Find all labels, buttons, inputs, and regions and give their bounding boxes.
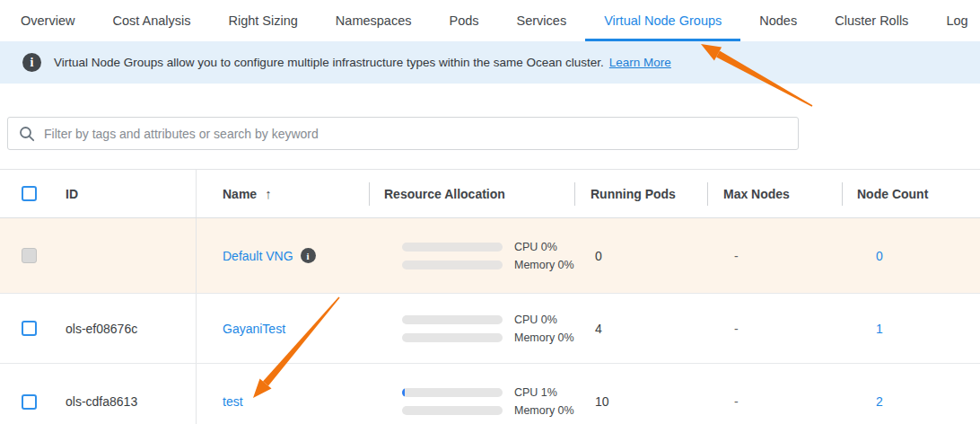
- table-row-test: ols-cdfa8613 test CPU 1% Memory 0% 10 - …: [0, 364, 980, 424]
- filter-search-input[interactable]: [44, 127, 787, 141]
- node-count-link[interactable]: 1: [876, 322, 883, 336]
- column-header-node-count[interactable]: Node Count: [842, 187, 980, 201]
- max-nodes-value: -: [707, 394, 842, 409]
- tab-cluster-rolls[interactable]: Cluster Rolls: [816, 0, 927, 41]
- memory-usage-bar: Memory 0%: [402, 260, 574, 269]
- tab-virtual-node-groups[interactable]: Virtual Node Groups: [585, 0, 740, 41]
- tab-cost-analysis[interactable]: Cost Analysis: [93, 0, 209, 41]
- node-count-link[interactable]: 2: [876, 394, 883, 409]
- cpu-usage-label: CPU 1%: [514, 386, 557, 399]
- tab-namespaces[interactable]: Namespaces: [317, 0, 431, 41]
- cpu-usage-bar: CPU 0%: [402, 314, 574, 324]
- tab-log[interactable]: Log: [927, 0, 980, 41]
- running-pods-value: 0: [574, 249, 707, 263]
- column-header-name[interactable]: Name↑: [196, 186, 369, 201]
- info-banner-text: Virtual Node Groups allow you to configu…: [54, 56, 604, 69]
- tab-nodes[interactable]: Nodes: [740, 0, 816, 41]
- cpu-usage-bar: CPU 1%: [402, 388, 574, 398]
- tab-pods[interactable]: Pods: [430, 0, 497, 41]
- memory-usage-bar: Memory 0%: [402, 406, 574, 416]
- column-header-id[interactable]: ID: [52, 187, 196, 201]
- row-checkbox-disabled: [22, 248, 37, 263]
- node-count-link[interactable]: 0: [876, 249, 883, 263]
- cpu-usage-label: CPU 0%: [514, 241, 557, 253]
- tab-overview[interactable]: Overview: [2, 0, 93, 41]
- table-row-gayanitest: ols-ef08676c GayaniTest CPU 0% Memory 0%…: [0, 294, 980, 364]
- column-header-name-label: Name: [223, 187, 257, 201]
- tab-right-sizing[interactable]: Right Sizing: [209, 0, 316, 41]
- max-nodes-value: -: [707, 249, 842, 263]
- resource-allocation: CPU 1% Memory 0%: [369, 388, 574, 416]
- cluster-tab-bar: Overview Cost Analysis Right Sizing Name…: [0, 0, 980, 41]
- filter-search-box[interactable]: [7, 117, 799, 150]
- memory-usage-label: Memory 0%: [514, 331, 574, 344]
- resource-allocation: CPU 0% Memory 0%: [369, 314, 574, 342]
- row-checkbox[interactable]: [22, 394, 37, 410]
- gayanitest-name-link[interactable]: GayaniTest: [223, 322, 285, 336]
- sort-ascending-icon: ↑: [265, 186, 272, 201]
- cpu-usage-bar: CPU 0%: [402, 242, 574, 252]
- table-header-row: ID Name↑ Resource Allocation Running Pod…: [0, 169, 980, 218]
- ocean-cluster-page: { "tabs": { "items": [ { "label": "Overv…: [0, 0, 980, 424]
- memory-usage-bar: Memory 0%: [402, 332, 574, 342]
- info-icon: i: [22, 53, 41, 72]
- learn-more-link[interactable]: Learn More: [609, 56, 671, 69]
- max-nodes-value: -: [707, 322, 842, 336]
- default-vng-info-icon[interactable]: i: [301, 248, 316, 263]
- resource-allocation: CPU 0% Memory 0%: [369, 242, 574, 269]
- memory-usage-label: Memory 0%: [514, 404, 574, 417]
- cpu-usage-label: CPU 0%: [514, 314, 557, 326]
- running-pods-value: 4: [574, 322, 707, 336]
- select-all-checkbox[interactable]: [22, 186, 37, 201]
- table-row-default-vng: Default VNG i CPU 0% Memory 0% 0 - 0: [0, 218, 980, 294]
- test-name-link[interactable]: test: [223, 394, 243, 409]
- row-id: ols-ef08676c: [52, 322, 196, 336]
- row-id: ols-cdfa8613: [52, 394, 196, 409]
- column-header-resource-allocation[interactable]: Resource Allocation: [369, 187, 574, 201]
- info-banner: i Virtual Node Groups allow you to confi…: [0, 41, 980, 84]
- search-icon: [19, 126, 35, 142]
- running-pods-value: 10: [574, 394, 707, 409]
- column-header-max-nodes[interactable]: Max Nodes: [707, 187, 842, 201]
- column-header-running-pods[interactable]: Running Pods: [574, 187, 707, 201]
- tab-services[interactable]: Services: [498, 0, 586, 41]
- default-vng-name-link[interactable]: Default VNG: [223, 249, 293, 263]
- row-checkbox[interactable]: [22, 321, 37, 336]
- memory-usage-label: Memory 0%: [514, 259, 574, 271]
- virtual-node-groups-table: ID Name↑ Resource Allocation Running Pod…: [0, 169, 980, 424]
